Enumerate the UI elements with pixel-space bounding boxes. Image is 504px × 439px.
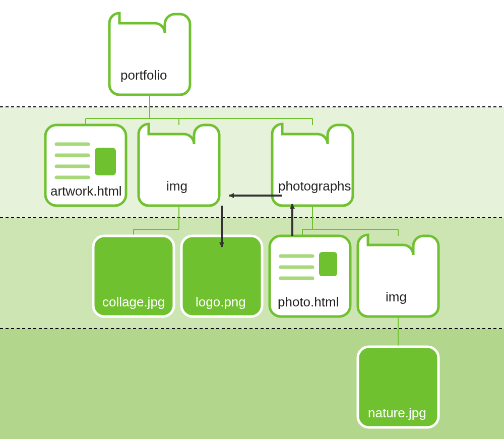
file-collage-jpg: collage.jpg xyxy=(93,236,174,317)
folder-portfolio: portfolio xyxy=(109,13,190,95)
file-label: photo.html xyxy=(278,294,339,309)
svg-rect-28 xyxy=(319,252,337,276)
file-nature-jpg: nature.jpg xyxy=(358,347,438,427)
file-label: collage.jpg xyxy=(102,294,165,309)
file-label: logo.png xyxy=(196,294,246,309)
svg-rect-21 xyxy=(95,148,116,175)
file-label: nature.jpg xyxy=(368,405,426,420)
folder-label: photographs xyxy=(278,178,351,194)
file-artwork-html: artwork.html xyxy=(45,125,126,206)
folder-photographs: photographs xyxy=(272,124,353,206)
file-label: artwork.html xyxy=(50,183,122,199)
folder-label: img xyxy=(166,178,187,194)
filesystem-tree-diagram: portfolio artwork.html img photographs c… xyxy=(0,0,504,439)
file-photo-html: photo.html xyxy=(270,236,350,317)
folder-img-2: img xyxy=(358,235,438,317)
file-logo-png: logo.png xyxy=(181,236,262,317)
folder-label: portfolio xyxy=(120,68,167,83)
folder-img-1: img xyxy=(139,124,219,206)
folder-label: img xyxy=(386,289,407,304)
